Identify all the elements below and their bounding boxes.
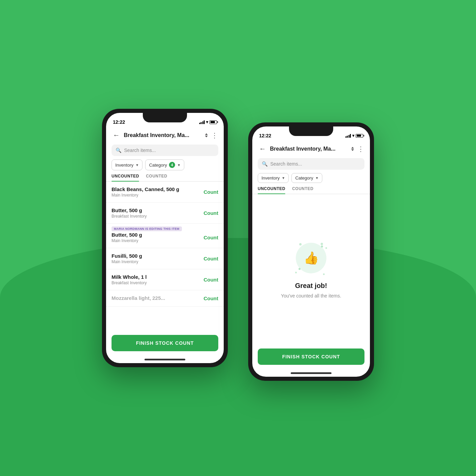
wifi-icon-right: ▾	[352, 133, 354, 138]
great-job-subtitle: You've counted all the items.	[281, 293, 341, 299]
search-icon-right: 🔍	[262, 161, 268, 167]
category-filter-left[interactable]: Category 4 ▼	[145, 159, 184, 170]
search-input-right[interactable]: Search items...	[270, 161, 302, 167]
item-row-6: Mozzarella light, 225... Count	[106, 290, 224, 307]
status-time-right: 12:22	[259, 133, 271, 138]
thumbsup-icon: 👍	[304, 251, 319, 265]
search-input-left[interactable]: Search items...	[124, 148, 156, 153]
signal-icon-left	[199, 120, 205, 124]
item-list-left: Black Beans, Canned, 500 g Main Inventor…	[106, 182, 224, 332]
notch-left	[143, 113, 187, 122]
back-button-left[interactable]: ←	[112, 130, 121, 140]
dot-1	[321, 243, 323, 245]
back-button-right[interactable]: ←	[258, 143, 267, 154]
home-indicator-left	[144, 359, 185, 360]
great-job-title: Great job!	[295, 282, 327, 290]
phones-container: 12:22 ▾ ← Breakfast Inven	[102, 95, 374, 381]
dot-2	[325, 247, 327, 249]
category-filter-right[interactable]: Category ▼	[291, 173, 322, 183]
status-icons-right: ▾	[345, 133, 363, 138]
dot-4	[299, 243, 302, 245]
count-button-2[interactable]: Count	[204, 210, 218, 216]
item-name-1: Black Beans, Canned, 500 g	[112, 186, 204, 192]
nav-bar-left: ← Breakfast Inventory, Ma... ⋮	[106, 128, 224, 143]
item-row-1: Black Beans, Canned, 500 g Main Inventor…	[106, 182, 224, 203]
count-button-1[interactable]: Count	[204, 189, 218, 195]
item-sub-5: Breakfast Inventory	[112, 280, 204, 285]
search-bar-left[interactable]: 🔍 Search items...	[112, 144, 218, 156]
item-sub-3: Main Inventory	[112, 238, 204, 243]
notch-right	[289, 126, 333, 136]
item-name-4: Fusilli, 500 g	[112, 253, 204, 259]
thumbsup-circle: 👍	[296, 243, 326, 273]
nav-bar-right: ← Breakfast Inventory, Ma... ⋮	[252, 141, 370, 157]
count-button-6[interactable]: Count	[204, 295, 218, 301]
chevron-down-icon: ▼	[135, 163, 139, 167]
phone-right: 12:22 ▾ ← Breakfast Inven	[248, 122, 374, 381]
item-sub-4: Main Inventory	[112, 259, 204, 264]
tab-counted-left[interactable]: COUNTED	[146, 174, 167, 181]
item-sub-1: Main Inventory	[112, 193, 204, 198]
finish-stock-count-button-left[interactable]: FINISH STOCK COUNT	[112, 335, 218, 351]
sort-icon-left[interactable]	[205, 133, 208, 137]
tab-uncounted-right[interactable]: UNCOUNTED	[258, 186, 285, 194]
tab-counted-right[interactable]: COUNTED	[292, 186, 313, 194]
chevron-down-icon-2: ▼	[177, 163, 181, 167]
nav-title-left: Breakfast Inventory, Ma...	[124, 132, 202, 138]
count-button-4[interactable]: Count	[204, 256, 218, 261]
tabs-right: UNCOUNTED COUNTED	[252, 186, 370, 194]
item-name-5: Milk Whole, 1 l	[112, 274, 204, 280]
phone-left: 12:22 ▾ ← Breakfast Inven	[102, 109, 228, 367]
item-name-2: Butter, 500 g	[112, 207, 204, 213]
count-button-5[interactable]: Count	[204, 277, 218, 283]
inventory-filter-right[interactable]: Inventory ▼	[258, 173, 289, 183]
dot-3	[295, 272, 297, 273]
battery-icon-right	[356, 134, 363, 138]
search-bar-right[interactable]: 🔍 Search items...	[258, 158, 364, 170]
wifi-icon-left: ▾	[206, 120, 208, 124]
item-sub-2: Breakfast Inventory	[112, 214, 204, 219]
filter-row-right: Inventory ▼ Category ▼	[252, 173, 370, 186]
count-button-3[interactable]: Count	[204, 235, 218, 240]
tabs-left: UNCOUNTED COUNTED	[106, 174, 224, 182]
finish-stock-count-button-right[interactable]: FINISH STOCK COUNT	[258, 348, 364, 365]
inventory-filter-left[interactable]: Inventory ▼	[112, 159, 142, 170]
great-job-container: 👍 Great job! You've counted all the item…	[252, 194, 370, 345]
sort-icon-right[interactable]	[351, 147, 354, 151]
chevron-down-icon-3: ▼	[282, 176, 285, 180]
search-icon-left: 🔍	[116, 148, 121, 153]
item-row-2: Butter, 500 g Breakfast Inventory Count	[106, 203, 224, 224]
item-row-3: MARIA NORDMANN IS EDITING THIS ITEM Butt…	[106, 224, 224, 248]
nav-title-right: Breakfast Inventory, Ma...	[270, 146, 348, 152]
more-options-icon-right[interactable]: ⋮	[357, 145, 364, 153]
home-indicator-right	[291, 372, 332, 374]
tab-uncounted-left[interactable]: UNCOUNTED	[112, 174, 139, 181]
chevron-down-icon-4: ▼	[315, 176, 319, 180]
category-badge-left: 4	[169, 162, 175, 168]
status-icons-left: ▾	[199, 120, 217, 124]
item-row-4: Fusilli, 500 g Main Inventory Count	[106, 248, 224, 269]
signal-icon-right	[345, 134, 351, 138]
battery-icon-left	[209, 120, 217, 124]
more-options-icon-left[interactable]: ⋮	[211, 131, 218, 139]
dot-5	[323, 273, 325, 275]
item-name-6: Mozzarella light, 225...	[112, 295, 204, 301]
item-name-3: Butter, 500 g	[112, 232, 204, 238]
item-row-5: Milk Whole, 1 l Breakfast Inventory Coun…	[106, 269, 224, 290]
status-time-left: 12:22	[113, 119, 125, 125]
filter-row-left: Inventory ▼ Category 4 ▼	[106, 159, 224, 174]
editing-badge: MARIA NORDMANN IS EDITING THIS ITEM	[112, 226, 182, 231]
